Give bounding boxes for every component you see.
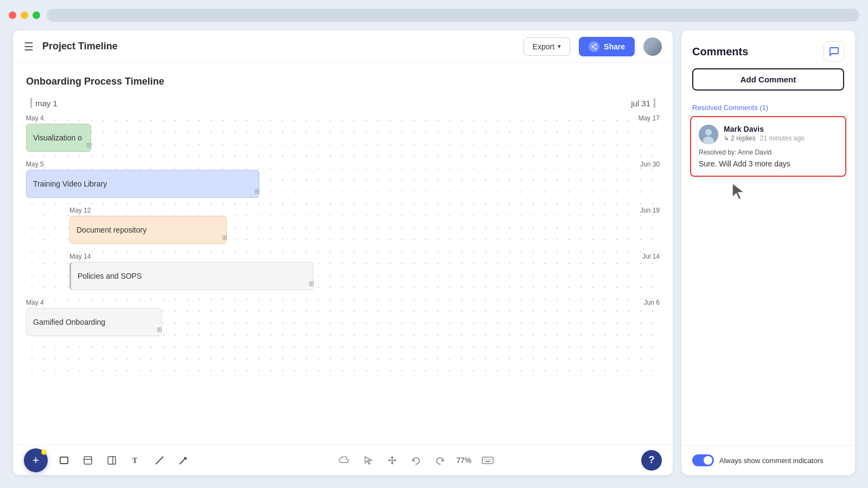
share-label: Share [604, 42, 625, 51]
rectangle-tool[interactable] [56, 453, 72, 468]
bar4-label: Policies and SOPS [78, 272, 142, 280]
bar-training-video[interactable]: Training Video Library ⊞ [26, 170, 259, 198]
toolbar-center: 77% [200, 453, 633, 468]
bar3-date-left: May 12 [69, 207, 91, 214]
bar-visualization[interactable]: Visualization o ⊞ [26, 124, 91, 152]
cursor-icon[interactable] [361, 453, 376, 468]
menu-icon[interactable]: ☰ [24, 40, 34, 53]
comment-replies: ↳ 2 replies [724, 134, 756, 142]
main-container: ☰ Project Timeline Export ▾ Share [0, 30, 868, 488]
title-bar [0, 0, 868, 30]
bar-policies[interactable]: Policies and SOPS ⊞ [69, 262, 314, 290]
timeline-bars: May 4 May 17 Visualization o ⊞ [26, 114, 660, 336]
bar5-date-left: May 4 [26, 299, 44, 306]
svg-rect-12 [482, 457, 493, 464]
resolved-by-name: Anne David [738, 149, 771, 156]
bar5-handle[interactable]: ⊞ [157, 326, 162, 333]
comment-card-header: Mark Davis ↳ 2 replies 21 minutes ago [699, 125, 838, 144]
ruler-right-line [654, 98, 655, 108]
minimize-button[interactable] [21, 11, 28, 19]
bar3-label: Document repository [76, 226, 146, 234]
move-icon[interactable] [385, 453, 400, 468]
timeline-row-5: May 4 Jun 6 Gamified Onboarding ⊞ [26, 299, 660, 336]
redo-icon[interactable] [432, 453, 448, 468]
bar1-label: Visualization o [33, 133, 82, 142]
bar4-handle[interactable]: ⊞ [309, 280, 314, 287]
comments-title: Comments [692, 46, 748, 58]
export-button[interactable]: Export ▾ [524, 37, 570, 56]
share-button[interactable]: Share [579, 37, 635, 56]
sparkle-icon: ✦ [41, 450, 47, 455]
svg-rect-5 [60, 457, 68, 464]
timeline-ruler: may 1 jul 31 [26, 98, 660, 108]
share-icon [589, 41, 599, 52]
bar2-label: Training Video Library [33, 179, 107, 188]
add-tool-button[interactable]: + ✦ [24, 448, 48, 472]
commenter-name: Mark Davis [724, 125, 805, 133]
comment-info: Mark Davis ↳ 2 replies 21 minutes ago [724, 125, 805, 142]
svg-rect-8 [108, 457, 116, 464]
timeline-row-4: May 14 Jul 14 Policies and SOPS ⊞ [26, 253, 660, 290]
avatar [643, 37, 662, 56]
resolved-by: Resolved by: Anne David [699, 149, 838, 156]
keyboard-icon[interactable] [480, 453, 495, 468]
bar4-date-left: May 14 [69, 253, 91, 260]
ruler-date-left: may 1 [35, 99, 58, 108]
timeline-row-2: May 5 Jun 30 Training Video Library ⊞ [26, 160, 660, 198]
comments-panel: Comments Add Comment Resolved Comments (… [681, 30, 855, 475]
card-tool[interactable] [80, 453, 95, 468]
sticky-tool[interactable] [104, 453, 119, 468]
line-tool[interactable] [152, 453, 167, 468]
ruler-left-line [30, 98, 32, 108]
bar-gamified[interactable]: Gamified Onboarding ⊞ [26, 308, 162, 336]
undo-icon[interactable] [409, 453, 424, 468]
cursor-overlay [730, 182, 748, 205]
bar1-date-left: May 4 [26, 114, 44, 122]
timeline-row-1: May 4 May 17 Visualization o ⊞ [26, 114, 660, 152]
timeline-content: Onboarding Process Timeline may 1 jul 31 [13, 63, 673, 445]
show-indicators-toggle[interactable] [692, 454, 714, 466]
resolved-comments-label: Resolved Comments (1) [681, 99, 855, 116]
bar5-label: Gamified Onboarding [33, 318, 105, 326]
svg-rect-6 [84, 457, 92, 464]
help-button[interactable]: ? [641, 450, 662, 471]
comment-card[interactable]: Mark Davis ↳ 2 replies 21 minutes ago Re… [690, 116, 846, 177]
traffic-lights [9, 11, 40, 19]
bar2-date-left: May 5 [26, 160, 44, 168]
close-button[interactable] [9, 11, 16, 19]
ruler-date-right: jul 31 [631, 99, 650, 108]
bar5-date-right: Jun 6 [644, 299, 660, 306]
cloud-icon[interactable] [337, 453, 352, 468]
comments-footer: Always show comment indicators [681, 445, 855, 475]
comments-icon-button[interactable] [824, 41, 844, 62]
svg-line-4 [592, 47, 596, 49]
bar2-handle[interactable]: ⊞ [254, 188, 260, 195]
bar1-handle[interactable]: ⊞ [86, 142, 92, 149]
center-panel: ☰ Project Timeline Export ▾ Share [13, 30, 673, 475]
timeline-title: Onboarding Process Timeline [26, 76, 660, 87]
comment-text: Sure. Will Add 3 more days [699, 159, 838, 168]
add-icon: + [33, 453, 40, 467]
comments-header: Comments [681, 30, 855, 68]
bottom-toolbar: + ✦ T [13, 445, 673, 475]
bar2-date-right: Jun 30 [640, 160, 660, 168]
timeline-row-3: May 12 Jun 19 Document repository ⊞ [26, 207, 660, 244]
svg-text:T: T [132, 457, 138, 465]
toggle-thumb [704, 456, 712, 465]
project-title: Project Timeline [42, 41, 515, 52]
zoom-level: 77% [456, 456, 471, 465]
text-tool[interactable]: T [128, 453, 143, 468]
bar4-date-right: Jul 14 [642, 253, 660, 260]
add-comment-button[interactable]: Add Comment [692, 68, 844, 91]
svg-line-11 [156, 457, 163, 464]
bar1-date-right: May 17 [639, 114, 660, 122]
commenter-avatar [699, 125, 718, 144]
title-bar-url[interactable] [47, 9, 859, 22]
header-bar: ☰ Project Timeline Export ▾ Share [13, 30, 673, 63]
arrow-tool[interactable] [176, 453, 191, 468]
maximize-button[interactable] [33, 11, 40, 19]
bar3-date-right: Jun 19 [640, 207, 660, 214]
bar-document-repo[interactable]: Document repository ⊞ [69, 216, 227, 244]
toggle-label: Always show comment indicators [719, 457, 823, 465]
bar3-handle[interactable]: ⊞ [222, 234, 227, 241]
